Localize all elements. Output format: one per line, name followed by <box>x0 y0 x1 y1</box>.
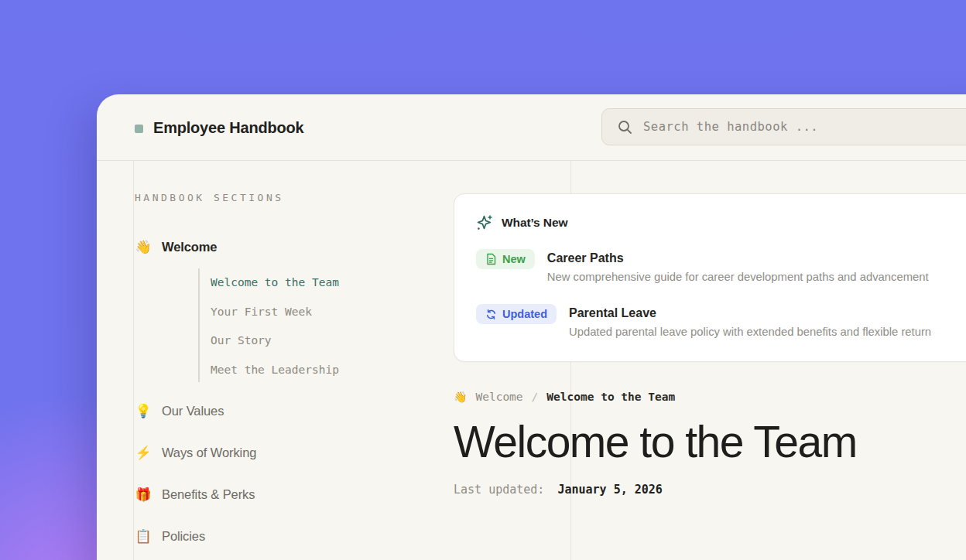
badge-label: Updated <box>502 308 547 320</box>
sidebar-subitem-welcome-to-the-team[interactable]: Welcome to the Team <box>211 275 339 289</box>
whats-new-item-career-paths[interactable]: New Career Paths New comprehensive guide… <box>476 251 966 283</box>
breadcrumb-current-page: Welcome to the Team <box>546 391 675 403</box>
sidebar-item-policies[interactable]: 📋 Policies <box>135 529 205 544</box>
gift-icon: 🎁 <box>135 488 152 501</box>
app-title: Employee Handbook <box>153 119 303 137</box>
sidebar-item-benefits-perks[interactable]: 🎁 Benefits & Perks <box>135 487 255 502</box>
whats-new-item-title: Career Paths <box>547 251 929 265</box>
breadcrumb-separator: / <box>532 391 539 403</box>
sidebar-subitem-meet-the-leadership[interactable]: Meet the Leadership <box>211 363 339 377</box>
sidebar-item-label: Benefits & Perks <box>162 487 255 502</box>
badge-label: New <box>502 253 526 265</box>
brand-square-icon <box>135 125 143 133</box>
breadcrumb-section-link[interactable]: Welcome <box>475 391 522 403</box>
app-body: HANDBOOK SECTIONS 👋 Welcome Welcome to t… <box>97 161 966 560</box>
sparkle-icon <box>476 214 493 231</box>
last-updated-value: January 5, 2026 <box>557 483 662 497</box>
sidebar-subitem-your-first-week[interactable]: Your First Week <box>211 305 312 319</box>
whats-new-title: What’s New <box>502 216 567 230</box>
whats-new-item-parental-leave[interactable]: Updated Parental Leave Updated parental … <box>476 306 966 338</box>
whats-new-header: What’s New <box>476 214 966 231</box>
breadcrumb: 👋 Welcome / Welcome to the Team <box>454 391 966 403</box>
app-brand: Employee Handbook <box>135 94 303 161</box>
lightbulb-icon: 💡 <box>135 405 152 418</box>
new-badge: New <box>476 249 535 269</box>
whats-new-item-description: Updated parental leave policy with exten… <box>569 326 931 338</box>
sidebar-item-label: Our Values <box>162 404 224 418</box>
sidebar-item-label: Policies <box>162 529 205 544</box>
whats-new-item-title: Parental Leave <box>569 306 931 320</box>
clipboard-icon: 📋 <box>135 530 152 543</box>
app-header: Employee Handbook <box>97 94 966 161</box>
sidebar-subitem-our-story[interactable]: Our Story <box>211 333 272 347</box>
search-input[interactable] <box>643 120 966 134</box>
whats-new-card: What’s New New Career Paths New comprehe… <box>454 193 966 362</box>
sidebar-item-our-values[interactable]: 💡 Our Values <box>135 404 224 418</box>
sidebar-item-welcome[interactable]: 👋 Welcome <box>135 240 217 254</box>
last-updated-label: Last updated: <box>454 483 544 497</box>
updated-badge: Updated <box>476 304 557 324</box>
search-icon <box>618 120 632 135</box>
wave-icon: 👋 <box>135 241 152 254</box>
search-box[interactable] <box>601 108 966 145</box>
whats-new-item-description: New comprehensive guide for career devel… <box>547 271 929 283</box>
document-icon <box>485 253 497 265</box>
sidebar-item-label: Welcome <box>162 240 217 254</box>
lightning-icon: ⚡ <box>135 446 152 459</box>
sidebar-item-label: Ways of Working <box>162 446 256 460</box>
page-title: Welcome to the Team <box>454 419 966 466</box>
refresh-icon <box>485 309 497 320</box>
sidebar-left-rule <box>133 161 134 560</box>
main-content: What’s New New Career Paths New comprehe… <box>454 161 966 497</box>
sub-nav-rail <box>198 268 200 382</box>
handbook-app-card: Employee Handbook HANDBOOK SECTIONS 👋 We… <box>97 94 966 560</box>
wave-icon: 👋 <box>454 391 467 402</box>
last-updated: Last updated: January 5, 2026 <box>454 483 966 497</box>
sidebar-item-ways-of-working[interactable]: ⚡ Ways of Working <box>135 446 256 460</box>
sidebar-heading: HANDBOOK SECTIONS <box>135 192 284 203</box>
